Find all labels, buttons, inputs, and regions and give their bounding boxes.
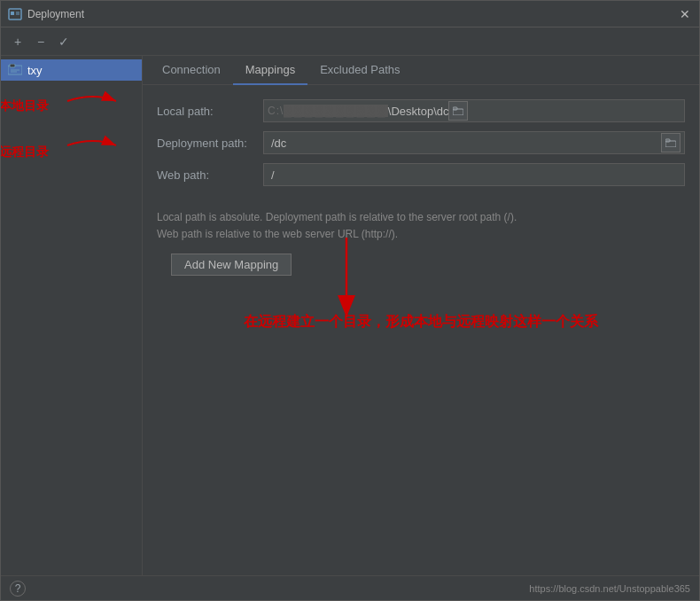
tabs: Connection Mappings Excluded Paths: [143, 56, 699, 85]
web-path-label: Web path:: [157, 168, 263, 182]
help-line1: Local path is absolute. Deployment path …: [157, 209, 685, 226]
close-button[interactable]: ✕: [678, 7, 692, 21]
local-path-input-wrap: C:\▓▓▓▓▓▓▓▓▓▓ \Desktop\dc: [263, 99, 685, 122]
sidebar: txy 本地目录 远程目录: [1, 56, 143, 575]
right-panel: Connection Mappings Excluded Paths Local…: [143, 56, 699, 575]
local-path-row: Local path: C:\▓▓▓▓▓▓▓▓▓▓ \Desktop\dc: [157, 99, 685, 122]
deployment-path-input[interactable]: [268, 137, 661, 150]
help-text: Local path is absolute. Deployment path …: [143, 206, 699, 254]
toolbar: + − ✓: [1, 27, 699, 56]
deployment-window: Deployment ✕ + − ✓ txy 本地目: [0, 0, 700, 601]
local-path-browse-button[interactable]: [448, 101, 468, 121]
remove-button[interactable]: −: [31, 32, 51, 51]
annotation-local: 本地目录: [1, 98, 49, 114]
window-icon: [8, 7, 22, 21]
help-button[interactable]: ?: [10, 581, 26, 597]
statusbar-url: https://blog.csdn.net/Unstoppable365: [529, 583, 690, 594]
deployment-path-input-wrap: [263, 131, 685, 154]
deployment-path-row: Deployment path:: [157, 131, 685, 154]
local-path-label: Local path:: [157, 105, 263, 118]
sidebar-item-label: txy: [27, 64, 43, 77]
center-annotation: 在远程建立一个目录，形成本地与远程映射这样一个关系: [143, 313, 699, 332]
deployment-path-label: Deployment path:: [157, 137, 263, 150]
deployment-path-browse-button[interactable]: [661, 133, 681, 152]
web-path-input[interactable]: [268, 168, 681, 182]
ftp-icon: [8, 63, 22, 77]
window-title: Deployment: [27, 8, 678, 20]
titlebar: Deployment ✕: [1, 1, 699, 27]
svg-rect-5: [10, 64, 15, 67]
help-line2: Web path is relative to the web server U…: [157, 226, 685, 243]
tab-excluded-paths[interactable]: Excluded Paths: [307, 56, 412, 85]
local-arrow: [63, 88, 125, 114]
tab-connection[interactable]: Connection: [150, 56, 233, 85]
main-content: txy 本地目录 远程目录: [1, 56, 699, 575]
form-area: Local path: C:\▓▓▓▓▓▓▓▓▓▓ \Desktop\dc: [143, 85, 699, 206]
sidebar-item-txy[interactable]: txy: [1, 59, 142, 81]
statusbar: ? https://blog.csdn.net/Unstoppable365: [1, 575, 699, 600]
add-mapping-section: Add New Mapping: [143, 254, 699, 290]
local-path-suffix: \Desktop\dc: [388, 105, 449, 118]
tab-mappings[interactable]: Mappings: [233, 56, 307, 85]
check-button[interactable]: ✓: [54, 32, 74, 51]
annotation-remote: 远程目录: [1, 144, 49, 160]
svg-rect-1: [11, 12, 14, 15]
web-path-row: Web path:: [157, 163, 685, 186]
local-path-masked: C:\▓▓▓▓▓▓▓▓▓▓: [268, 105, 388, 117]
web-path-input-wrap: [263, 163, 685, 186]
remote-arrow: [63, 132, 125, 159]
add-mapping-button[interactable]: Add New Mapping: [171, 254, 292, 276]
add-button[interactable]: +: [8, 32, 27, 51]
